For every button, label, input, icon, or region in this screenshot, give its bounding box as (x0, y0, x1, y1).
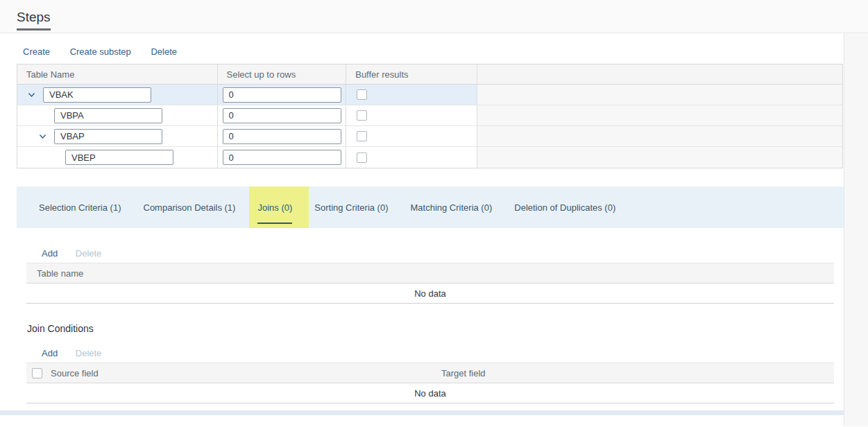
select-up-to-rows-input[interactable] (223, 108, 341, 123)
buffer-results-cell (346, 85, 477, 105)
steps-table-row[interactable] (17, 85, 842, 105)
chevron-down-icon[interactable] (27, 90, 36, 99)
content-panel: Create Create substep Delete Table Name … (0, 33, 844, 426)
row-filler (477, 85, 842, 105)
steps-table: Table Name Select up to rows Buffer resu… (17, 64, 843, 168)
joins-add-button[interactable]: Add (42, 245, 58, 263)
tab-steps[interactable]: Steps (17, 0, 51, 31)
select-up-to-rows-input[interactable] (223, 150, 341, 165)
steps-table-row[interactable] (17, 126, 842, 147)
create-substep-button[interactable]: Create substep (70, 43, 131, 61)
tab-label: Joins (0) (257, 202, 292, 213)
join-conditions-table-header: Source field Target field (26, 363, 834, 383)
select-up-to-rows-cell (218, 126, 347, 146)
joins-table-header: Table name (26, 263, 834, 284)
page-header: Steps (0, 0, 868, 33)
select-up-to-rows-cell (218, 85, 347, 105)
buffer-results-checkbox[interactable] (357, 110, 367, 121)
buffer-results-cell (346, 147, 477, 168)
steps-table-header: Table Name Select up to rows Buffer resu… (17, 64, 842, 85)
select-all-checkbox[interactable] (32, 368, 42, 378)
right-gutter (844, 33, 868, 426)
select-up-to-rows-cell (218, 147, 347, 168)
steps-table-row[interactable] (17, 147, 842, 168)
steps-table-row[interactable] (17, 105, 842, 126)
next-section-edge (0, 410, 844, 415)
column-header-table-name: Table name (26, 268, 83, 279)
steps-toolbar: Create Create substep Delete (23, 43, 844, 61)
row-filler (477, 147, 842, 168)
column-header-target-field: Target field (441, 368, 834, 378)
tab-deletion-of-duplicates[interactable]: Deletion of Duplicates (0) (514, 186, 615, 228)
delete-step-button[interactable]: Delete (151, 43, 177, 61)
steps-table-body (17, 85, 842, 168)
detail-tab-bar: Selection Criteria (1) Comparison Detail… (17, 186, 851, 228)
buffer-results-checkbox[interactable] (357, 131, 367, 141)
joins-table-empty-row: No data (26, 284, 834, 304)
table-name-input[interactable] (65, 150, 173, 165)
join-conditions-table: Source field Target field No data (26, 363, 834, 403)
table-name-cell (17, 147, 218, 168)
tab-comparison-details[interactable]: Comparison Details (1) (144, 186, 236, 228)
create-button[interactable]: Create (23, 43, 50, 61)
table-name-input[interactable] (54, 129, 162, 144)
page-title: Steps (17, 10, 51, 24)
tab-label: Comparison Details (1) (144, 202, 236, 213)
buffer-results-checkbox[interactable] (357, 89, 367, 100)
join-conditions-title: Join Conditions (27, 323, 844, 334)
buffer-results-checkbox[interactable] (357, 152, 367, 163)
table-name-input[interactable] (54, 108, 162, 123)
column-header-buffer-results: Buffer results (346, 64, 477, 84)
buffer-results-cell (346, 105, 477, 125)
column-header-source-field: Source field (51, 368, 99, 378)
table-name-cell (17, 105, 218, 125)
table-name-cell (17, 126, 218, 146)
page-body: Create Create substep Delete Table Name … (0, 33, 868, 426)
chevron-down-icon[interactable] (38, 132, 47, 141)
buffer-results-cell (346, 126, 477, 146)
tab-label: Sorting Criteria (0) (314, 202, 388, 213)
table-name-input[interactable] (43, 87, 151, 103)
tab-label: Selection Criteria (1) (39, 202, 121, 213)
tab-label: Deletion of Duplicates (0) (514, 202, 615, 213)
table-name-cell (17, 85, 218, 105)
row-filler (477, 105, 842, 125)
join-conditions-empty-row: No data (26, 383, 834, 403)
select-up-to-rows-input[interactable] (223, 87, 341, 103)
column-header-filler (477, 64, 842, 84)
tab-joins[interactable]: Joins (0) (249, 186, 309, 228)
active-tab-underline (17, 28, 51, 31)
joins-delete-button[interactable]: Delete (76, 245, 102, 263)
joins-table: Table name No data (26, 263, 834, 304)
join-conditions-add-button[interactable]: Add (42, 345, 58, 363)
select-up-to-rows-cell (218, 105, 347, 125)
column-header-table-name: Table Name (17, 64, 218, 84)
join-conditions-toolbar: Add Delete (42, 345, 844, 363)
select-up-to-rows-input[interactable] (223, 129, 341, 144)
tab-sorting-criteria[interactable]: Sorting Criteria (0) (314, 186, 388, 228)
row-filler (477, 126, 842, 146)
joins-toolbar: Add Delete (42, 245, 844, 263)
tab-matching-criteria[interactable]: Matching Criteria (0) (411, 186, 493, 228)
join-conditions-delete-button[interactable]: Delete (76, 345, 102, 363)
tab-selection-criteria[interactable]: Selection Criteria (1) (39, 186, 121, 228)
tab-label: Matching Criteria (0) (411, 202, 493, 213)
column-header-select-up-to-rows: Select up to rows (218, 64, 347, 84)
steps-page: Steps Create Create substep Delete Table… (0, 0, 868, 427)
